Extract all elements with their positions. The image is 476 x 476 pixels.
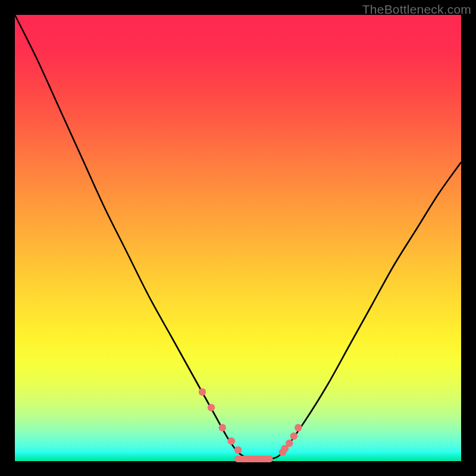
plateau-band bbox=[234, 456, 273, 462]
plot-area bbox=[15, 15, 461, 461]
marker-point bbox=[295, 424, 302, 431]
marker-point bbox=[228, 437, 235, 444]
marker-points bbox=[199, 389, 302, 456]
marker-point bbox=[286, 440, 293, 447]
chart-frame: TheBottleneck.com bbox=[0, 0, 476, 476]
watermark-text: TheBottleneck.com bbox=[362, 2, 471, 17]
marker-point bbox=[199, 389, 206, 396]
marker-point bbox=[208, 404, 215, 411]
marker-point bbox=[234, 446, 242, 453]
bottleneck-curve bbox=[15, 15, 461, 461]
bottleneck-curve-svg bbox=[15, 15, 461, 461]
marker-point bbox=[290, 433, 298, 440]
marker-point bbox=[219, 424, 226, 431]
